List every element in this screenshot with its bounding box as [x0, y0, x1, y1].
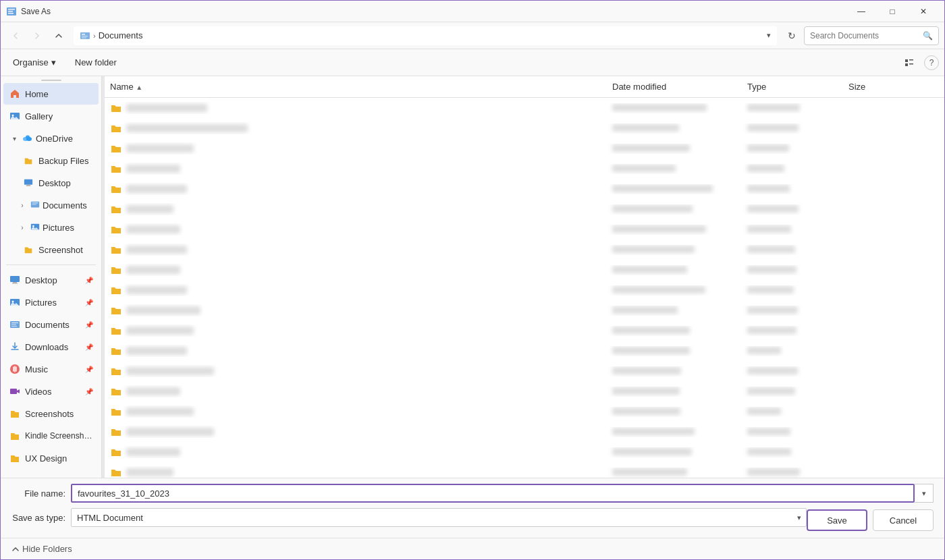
svg-rect-8 — [905, 59, 908, 62]
savetype-select[interactable]: HTML Document PDF Text File — [71, 508, 807, 527]
view-toggle-button[interactable] — [900, 53, 919, 72]
sidebar-item-home[interactable]: Home — [3, 83, 99, 105]
table-row[interactable] — [105, 462, 944, 478]
sidebar-item-documents-od[interactable]: › Documents — [3, 194, 99, 216]
table-row[interactable] — [105, 341, 944, 361]
table-row[interactable] — [105, 422, 944, 442]
file-name-cell — [105, 426, 607, 438]
file-type-blurred — [747, 266, 796, 273]
table-row[interactable] — [105, 361, 944, 381]
file-name-cell — [105, 244, 607, 256]
file-name-blurred — [126, 165, 180, 173]
svg-rect-1 — [8, 9, 15, 10]
minimize-button[interactable]: — — [846, 1, 877, 22]
column-date-modified[interactable]: Date modified — [607, 79, 742, 94]
folder-icon — [110, 284, 122, 296]
new-folder-button[interactable]: New folder — [68, 53, 124, 72]
file-name-cell — [105, 345, 607, 357]
sidebar-item-screenshot-od[interactable]: Screenshot — [3, 239, 99, 260]
sidebar-label-desktop-od: Desktop — [38, 178, 93, 188]
sidebar-item-gallery[interactable]: Gallery — [3, 105, 99, 127]
sidebar-item-kindle[interactable]: Kindle Screensho... — [3, 425, 99, 447]
sidebar-item-downloads[interactable]: Downloads 📌 — [3, 336, 99, 358]
close-button[interactable]: ✕ — [908, 1, 939, 22]
table-row[interactable] — [105, 300, 944, 320]
search-input[interactable] — [810, 31, 920, 40]
folder-icon — [110, 304, 122, 316]
pictures-expand-icon: › — [17, 222, 28, 233]
file-type-blurred — [747, 408, 781, 415]
folder-icon — [110, 345, 122, 357]
filename-input[interactable] — [71, 484, 915, 503]
sidebar-item-ux-design[interactable]: UX Design — [3, 447, 99, 469]
sidebar-item-desktop[interactable]: Desktop 📌 — [3, 269, 99, 291]
file-type-cell — [742, 225, 843, 235]
table-row[interactable] — [105, 179, 944, 199]
file-type-cell — [742, 346, 843, 356]
column-type[interactable]: Type — [742, 79, 843, 94]
save-button[interactable]: Save — [807, 509, 867, 531]
sidebar-label-ux-design: UX Design — [25, 453, 93, 464]
sidebar-item-movies[interactable]: Movies — [3, 470, 99, 478]
pictures-od-icon — [30, 222, 40, 233]
file-name-cell — [105, 183, 607, 195]
cancel-button[interactable]: Cancel — [873, 509, 934, 531]
table-row[interactable] — [105, 401, 944, 422]
svg-rect-18 — [26, 185, 30, 186]
sidebar-item-pictures-od[interactable]: › Pictures — [3, 217, 99, 238]
forward-button[interactable] — [28, 26, 47, 45]
file-name-blurred — [126, 306, 200, 314]
sidebar-item-videos[interactable]: Videos 📌 — [3, 381, 99, 402]
sidebar-item-music[interactable]: Music 📌 — [3, 358, 99, 380]
sidebar-item-desktop-od[interactable]: Desktop — [3, 172, 99, 194]
refresh-button[interactable]: ↻ — [782, 26, 801, 45]
downloads-pin-icon: 📌 — [85, 343, 93, 351]
sidebar-item-backup-files[interactable]: Backup Files — [3, 150, 99, 171]
sidebar-label-backup-files: Backup Files — [38, 156, 93, 166]
file-name-blurred — [126, 468, 173, 476]
file-type-cell — [742, 204, 843, 215]
onedrive-icon — [22, 132, 33, 145]
sidebar-item-documents[interactable]: Documents 📌 — [3, 314, 99, 335]
up-button[interactable] — [49, 26, 68, 45]
svg-point-16 — [26, 135, 30, 138]
kindle-folder-icon — [9, 430, 21, 442]
organise-button[interactable]: Organise ▾ — [6, 53, 63, 72]
column-size[interactable]: Size — [843, 79, 911, 94]
file-date-cell — [607, 164, 742, 174]
folder-icon — [110, 466, 122, 478]
table-row[interactable] — [105, 98, 944, 118]
file-date-blurred — [612, 246, 695, 253]
sidebar-item-screenshots[interactable]: Screenshots — [3, 403, 99, 424]
hide-folders-toggle[interactable]: Hide Folders — [11, 544, 72, 554]
table-row[interactable] — [105, 118, 944, 138]
table-row[interactable] — [105, 280, 944, 300]
svg-rect-25 — [10, 276, 20, 282]
filename-dropdown-button[interactable]: ▾ — [915, 484, 934, 503]
navigation-bar: › Documents ▾ ↻ 🔍 — [1, 22, 944, 49]
sidebar-label-videos: Videos — [25, 387, 81, 397]
maximize-button[interactable]: □ — [877, 1, 908, 22]
table-row[interactable] — [105, 442, 944, 462]
table-row[interactable] — [105, 260, 944, 280]
table-row[interactable] — [105, 320, 944, 341]
table-row[interactable] — [105, 240, 944, 260]
table-row[interactable] — [105, 199, 944, 219]
file-type-cell — [742, 427, 843, 437]
table-row[interactable] — [105, 219, 944, 240]
file-type-cell — [742, 103, 843, 113]
help-button[interactable]: ? — [924, 55, 939, 70]
column-name[interactable]: Name ▲ — [105, 79, 607, 94]
table-row[interactable] — [105, 159, 944, 179]
breadcrumb-separator: › — [93, 32, 96, 40]
file-name-blurred — [126, 246, 187, 254]
file-name-cell — [105, 446, 607, 458]
table-row[interactable] — [105, 381, 944, 401]
sidebar-label-pictures: Pictures — [25, 298, 81, 308]
sidebar-item-pictures[interactable]: Pictures 📌 — [3, 291, 99, 313]
sidebar-item-onedrive[interactable]: ▾ OneDrive — [3, 128, 99, 149]
back-button[interactable] — [6, 26, 25, 45]
table-row[interactable] — [105, 138, 944, 159]
file-name-cell — [105, 284, 607, 296]
breadcrumb[interactable]: › Documents ▾ — [74, 26, 777, 45]
